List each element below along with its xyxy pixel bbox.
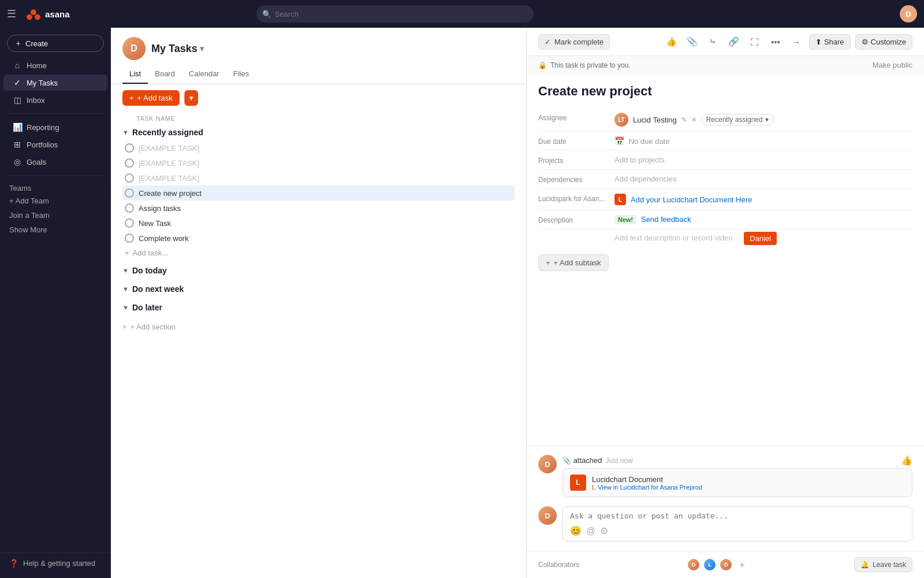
- comment-header: 📎 attached Just now 👍: [562, 455, 912, 466]
- section-do-next-week: ▼ Do next week: [122, 281, 515, 297]
- emoji-icon[interactable]: 😊: [570, 525, 582, 536]
- collapse-icon: ▼: [122, 129, 129, 136]
- attachment-icon[interactable]: 📎: [684, 34, 701, 50]
- due-date-label: Due date: [538, 136, 608, 146]
- comment-input[interactable]: [570, 512, 905, 520]
- thumbs-up-icon[interactable]: 👍: [664, 34, 680, 50]
- task-row[interactable]: Assign tasks: [122, 201, 515, 216]
- reporting-icon: 📊: [13, 123, 22, 132]
- sidebar-item-reporting[interactable]: 📊 Reporting: [3, 119, 107, 135]
- collaborator-avatar-1[interactable]: D: [687, 558, 701, 572]
- add-task-row: + + Add task ▾: [111, 84, 526, 112]
- task-name: New Task: [139, 219, 171, 228]
- leave-task-button[interactable]: 🔔 Leave task: [854, 557, 912, 572]
- show-more-button[interactable]: Show More: [0, 223, 111, 237]
- assignee-row: LT Lucid Testing ✎ ✕ Recently assigned ▾: [614, 113, 912, 127]
- user-avatar[interactable]: D: [900, 5, 917, 23]
- add-subtask-button[interactable]: + + Add subtask: [538, 254, 609, 271]
- task-detail-title[interactable]: Create new project: [538, 84, 912, 99]
- section-header-recently-assigned[interactable]: ▼ Recently assigned: [122, 124, 515, 140]
- send-feedback-link[interactable]: Send feedback: [641, 215, 691, 224]
- task-circle[interactable]: [125, 158, 134, 168]
- at-mention-icon[interactable]: @: [586, 526, 595, 536]
- task-row[interactable]: Complete work: [122, 231, 515, 246]
- add-task-dropdown[interactable]: ▾: [184, 90, 198, 106]
- more-options-icon[interactable]: •••: [767, 34, 784, 50]
- task-row[interactable]: [EXAMPLE TASK]: [122, 140, 515, 155]
- task-circle[interactable]: [125, 188, 134, 198]
- task-circle[interactable]: [125, 218, 134, 228]
- task-list: Task name ▼ Recently assigned [EXAMPLE T…: [111, 112, 526, 578]
- dependencies-field: Dependencies Add dependencies: [538, 170, 912, 189]
- dependencies-value[interactable]: Add dependencies: [614, 175, 912, 183]
- task-circle[interactable]: [125, 234, 134, 243]
- search-icon: 🔍: [262, 10, 271, 18]
- tab-files[interactable]: Files: [226, 65, 256, 84]
- search-input[interactable]: [256, 5, 534, 23]
- plus-icon: ＋: [14, 38, 22, 49]
- section-header-do-today[interactable]: ▼ Do today: [122, 262, 515, 279]
- subtask-icon[interactable]: ⤷: [705, 34, 721, 50]
- add-collaborator-icon[interactable]: ＋: [737, 559, 747, 571]
- help-button[interactable]: ❓ Help & getting started: [0, 553, 111, 573]
- section-header-do-later[interactable]: ▼ Do later: [122, 299, 515, 316]
- search-bar[interactable]: 🔍: [256, 5, 534, 23]
- section-header-do-next-week[interactable]: ▼ Do next week: [122, 281, 515, 297]
- mark-complete-button[interactable]: ✓ Mark complete: [538, 34, 610, 50]
- tab-board[interactable]: Board: [148, 65, 182, 84]
- sidebar-item-inbox[interactable]: ◫ Inbox: [3, 92, 107, 108]
- description-field: Description New! Send feedback: [538, 210, 912, 229]
- collaborator-avatar-2[interactable]: L: [703, 558, 717, 572]
- comment-input-wrap[interactable]: 😊 @ ⚙: [562, 506, 912, 542]
- menu-icon[interactable]: ☰: [7, 8, 16, 20]
- add-section-button[interactable]: + + Add section: [122, 318, 515, 336]
- join-team-button[interactable]: Join a Team: [0, 208, 111, 223]
- customize-button[interactable]: ⚙ Customize: [855, 34, 912, 50]
- tab-list[interactable]: List: [122, 65, 148, 84]
- share-button[interactable]: ⬆ Share: [809, 34, 851, 50]
- create-button[interactable]: ＋ Create: [7, 35, 104, 52]
- lucidchart-attachment[interactable]: L Lucidchart Document L View in Lucidcha…: [562, 468, 912, 497]
- new-badge: New!: [614, 215, 636, 224]
- collaborator-avatar-3[interactable]: D: [719, 558, 733, 572]
- plus-icon: +: [122, 323, 127, 331]
- expand-icon[interactable]: ⛶: [747, 34, 763, 50]
- lucidspark-link[interactable]: Add your Lucidchart Document Here: [631, 195, 752, 204]
- description-placeholder-row: Add text description or record video Dan…: [538, 229, 912, 245]
- task-row-selected[interactable]: Create new project: [122, 186, 515, 201]
- sidebar-item-my-tasks[interactable]: ✓ My Tasks: [3, 75, 107, 91]
- tab-calendar[interactable]: Calendar: [182, 65, 226, 84]
- description-placeholder[interactable]: Add text description or record video: [614, 234, 733, 242]
- make-public-button[interactable]: Make public: [873, 61, 912, 69]
- task-circle[interactable]: [125, 143, 134, 153]
- formatting-icon[interactable]: ⚙: [600, 525, 608, 536]
- sidebar-item-home[interactable]: ⌂ Home: [3, 57, 107, 73]
- add-task-inline[interactable]: + Add task...: [122, 246, 515, 260]
- task-row[interactable]: [EXAMPLE TASK]: [122, 171, 515, 186]
- link-icon[interactable]: 🔗: [726, 34, 742, 50]
- task-circle[interactable]: [125, 173, 134, 183]
- due-date-value[interactable]: 📅 No due date: [614, 136, 912, 146]
- sidebar-item-goals[interactable]: ◎ Goals: [3, 154, 107, 170]
- close-icon[interactable]: →: [788, 34, 804, 50]
- task-panel-avatar: D: [122, 37, 146, 60]
- task-panel-title[interactable]: My Tasks ▾: [151, 43, 204, 55]
- recently-assigned-tag[interactable]: Recently assigned ▾: [701, 114, 774, 125]
- add-team-button[interactable]: + Add Team: [0, 194, 111, 208]
- topbar-right: D: [900, 5, 917, 23]
- like-icon[interactable]: 👍: [901, 455, 912, 466]
- plus-icon: +: [546, 258, 550, 267]
- sidebar-item-portfolios[interactable]: ⊞ Portfolios: [3, 136, 107, 153]
- task-row[interactable]: New Task: [122, 216, 515, 231]
- projects-value[interactable]: Add to projects: [614, 155, 912, 164]
- task-row[interactable]: [EXAMPLE TASK]: [122, 155, 515, 171]
- task-circle[interactable]: [125, 203, 134, 213]
- assignee-edit-icon[interactable]: ✎: [681, 116, 687, 124]
- detail-header-actions: ✓ Mark complete: [538, 34, 610, 50]
- assignee-field: Assignee LT Lucid Testing ✎ ✕ Recently a…: [538, 108, 912, 132]
- svg-point-0: [31, 9, 36, 15]
- detail-header-right: 👍 📎 ⤷ 🔗 ⛶ ••• → ⬆ Share ⚙ Customize: [664, 34, 912, 50]
- add-task-button[interactable]: + + Add task: [122, 90, 180, 106]
- task-name: [EXAMPLE TASK]: [139, 144, 199, 153]
- assignee-remove-icon[interactable]: ✕: [691, 116, 696, 124]
